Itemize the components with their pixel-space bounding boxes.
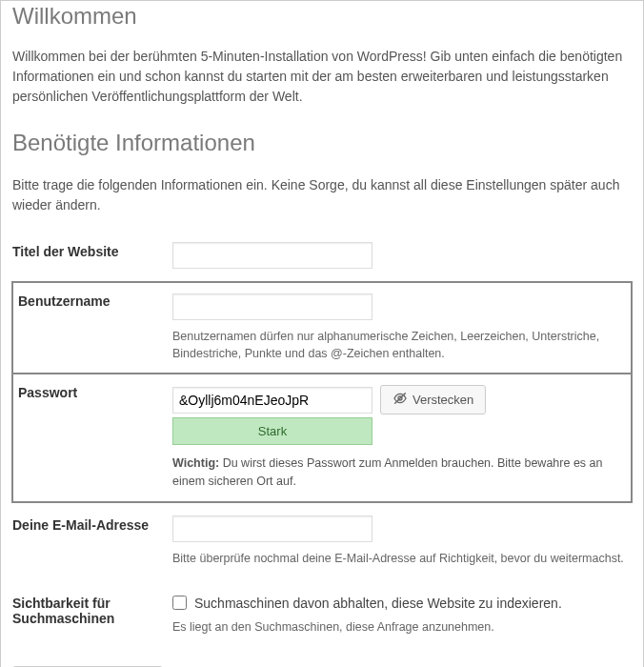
heading-welcome: Willkommen: [12, 3, 632, 30]
password-note: Wichtig: Du wirst dieses Passwort zum An…: [172, 455, 632, 491]
welcome-intro-text: Willkommen bei der berühmten 5-Minuten-I…: [12, 47, 632, 107]
hide-password-button[interactable]: Verstecken: [380, 385, 486, 414]
row-visibility: Sichtbarkeit für Suchmaschinen Suchmasch…: [12, 580, 632, 649]
label-username: Benutzername: [12, 282, 172, 374]
password-strength-meter: Stark: [172, 417, 372, 445]
eye-slash-icon: [392, 391, 408, 409]
email-hint: Bitte überprüfe nochmal deine E-Mail-Adr…: [172, 550, 632, 567]
label-password: Passwort: [12, 374, 172, 502]
label-site-title: Titel der Website: [12, 229, 172, 282]
password-note-strong: Wichtig:: [172, 456, 219, 470]
row-username: Benutzername Benutzernamen dürfen nur al…: [12, 282, 632, 374]
hide-password-label: Verstecken: [413, 393, 473, 407]
row-site-title: Titel der Website: [12, 229, 632, 282]
password-input[interactable]: [172, 387, 372, 414]
label-email: Deine E-Mail-Adresse: [12, 502, 172, 580]
row-email: Deine E-Mail-Adresse Bitte überprüfe noc…: [12, 502, 632, 580]
email-input[interactable]: [172, 515, 372, 542]
visibility-checkbox-label: Suchmaschinen davon abhalten, diese Webs…: [194, 596, 562, 611]
label-visibility: Sichtbarkeit für Suchmaschinen: [12, 580, 172, 649]
required-info-text: Bitte trage die folgenden Informationen …: [12, 175, 632, 215]
username-hint: Benutzernamen dürfen nur alphanumerische…: [172, 328, 632, 362]
password-note-rest: Du wirst dieses Passwort zum Anmelden br…: [172, 456, 602, 488]
install-form: Titel der Website Benutzername Benutzern…: [12, 229, 632, 649]
site-title-input[interactable]: [172, 242, 372, 269]
visibility-hint: Es liegt an den Suchmaschinen, diese Anf…: [172, 618, 632, 636]
username-input[interactable]: [172, 293, 372, 320]
heading-required-info: Benötigte Informationen: [12, 130, 632, 156]
visibility-checkbox[interactable]: [172, 596, 187, 610]
row-password: Passwort Verstecken: [12, 374, 632, 502]
